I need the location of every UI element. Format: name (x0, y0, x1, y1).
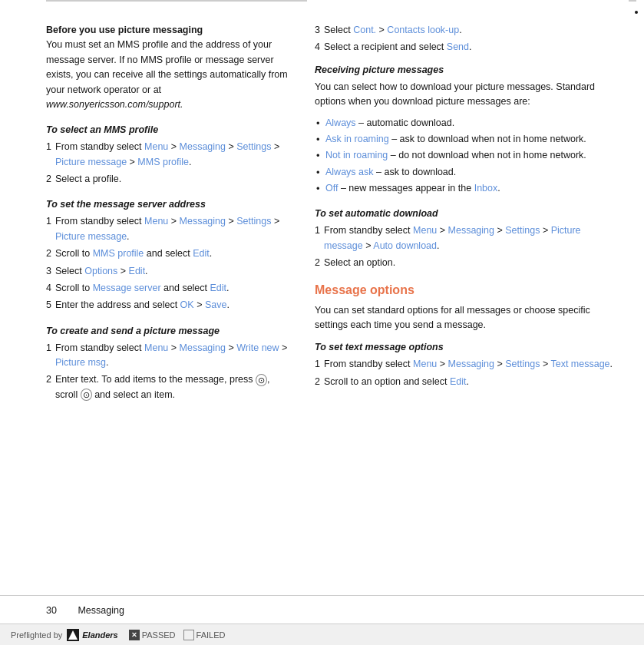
footer: 30 Messaging Preflighted by Elanders ✕ P… (0, 595, 644, 645)
receiving-section: Receiving picture messages You can selec… (315, 64, 621, 197)
list-item: 4 Scroll to Message server and select Ed… (46, 281, 292, 296)
right-margin-dot (635, 11, 638, 14)
continuation-steps: 3 Select Cont. > Contacts look-up. 4 Sel… (315, 23, 621, 55)
list-item: Off – new messages appear in the Inbox. (315, 181, 621, 196)
list-item: Always ask – ask to download. (315, 165, 621, 180)
left-column: Before you use picture messaging You mus… (46, 23, 292, 591)
top-border-left (46, 0, 307, 2)
create-send-title: To create and send a picture message (46, 326, 292, 336)
create-send-steps: 1 From standby select Menu > Messaging >… (46, 341, 292, 403)
list-item: 2 Select an option. (315, 256, 621, 270)
list-item: 1 From standby select Menu > Messaging >… (46, 341, 292, 371)
list-item: 2 Scroll to MMS profile and select Edit. (46, 246, 292, 261)
text-options-steps: 1 From standby select Menu > Messaging >… (315, 357, 621, 389)
list-item: 3 Select Cont. > Contacts look-up. (315, 23, 621, 38)
message-options-heading: Message options (315, 283, 621, 297)
failed-label: FAILED (197, 630, 226, 640)
receiving-bullets: Always – automatic download. Ask in roam… (315, 116, 621, 197)
page-number: 30 (46, 605, 57, 616)
preflighted-label: Preflighted by (11, 630, 62, 640)
receiving-title: Receiving picture messages (315, 64, 621, 75)
failed-box (183, 630, 194, 640)
message-options-body: You can set standard options for all mes… (315, 303, 621, 333)
auto-download-section: To set automatic download 1 From standby… (315, 208, 621, 270)
intro-title: Before you use picture messaging (46, 25, 203, 35)
text-options-title: To set text message options (315, 342, 621, 352)
list-item: 3 Select Options > Edit. (46, 264, 292, 279)
preflighted-bar: Preflighted by Elanders ✕ PASSED FAILED (0, 624, 644, 645)
list-item: Ask in roaming – ask to download when no… (315, 132, 621, 147)
passed-badge: ✕ PASSED (129, 630, 176, 640)
list-item: 1 From standby select Menu > Messaging >… (46, 214, 292, 244)
intro-body: You must set an MMS profile and the addr… (46, 39, 288, 94)
select-mms-title: To select an MMS profile (46, 124, 292, 135)
create-send-section: To create and send a picture message 1 F… (46, 326, 292, 403)
list-item: 5 Enter the address and select OK > Save… (46, 298, 292, 313)
auto-download-steps: 1 From standby select Menu > Messaging >… (315, 223, 621, 270)
intro-url: www.sonyericsson.com/support. (46, 99, 183, 110)
failed-badge: FAILED (183, 630, 226, 640)
select-mms-steps: 1 From standby select Menu > Messaging >… (46, 140, 292, 187)
set-server-title: To set the message server address (46, 199, 292, 210)
elanders-icon (67, 629, 79, 641)
list-item: 1 From standby select Menu > Messaging >… (315, 357, 621, 372)
list-item: 2 Scroll to an option and select Edit. (315, 375, 621, 389)
list-item: Not in roaming – do not download when no… (315, 148, 621, 163)
intro-section: Before you use picture messaging You mus… (46, 23, 292, 112)
page-chapter-label: Messaging (78, 605, 124, 616)
receiving-body: You can select how to download your pict… (315, 80, 621, 110)
elanders-logo: Elanders (67, 629, 117, 641)
elanders-name: Elanders (82, 630, 117, 640)
content-area: Before you use picture messaging You mus… (46, 23, 621, 591)
page-container: Before you use picture messaging You mus… (0, 0, 644, 645)
auto-download-title: To set automatic download (315, 208, 621, 219)
list-item: 2 Select a profile. (46, 172, 292, 187)
list-item: 1 From standby select Menu > Messaging >… (315, 223, 621, 253)
passed-box: ✕ (129, 630, 140, 640)
text-options-section: To set text message options 1 From stand… (315, 342, 621, 389)
passed-label: PASSED (142, 630, 176, 640)
list-item: 4 Select a recipient and select Send. (315, 40, 621, 55)
list-item: Always – automatic download. (315, 116, 621, 131)
list-item: 1 From standby select Menu > Messaging >… (46, 140, 292, 170)
top-border-right (629, 0, 636, 2)
list-item: 2 Enter text. To add items to the messag… (46, 372, 292, 402)
set-server-section: To set the message server address 1 From… (46, 199, 292, 313)
select-mms-section: To select an MMS profile 1 From standby … (46, 124, 292, 187)
set-server-steps: 1 From standby select Menu > Messaging >… (46, 214, 292, 313)
page-number-area: 30 Messaging (46, 605, 124, 616)
right-column: 3 Select Cont. > Contacts look-up. 4 Sel… (315, 23, 621, 591)
